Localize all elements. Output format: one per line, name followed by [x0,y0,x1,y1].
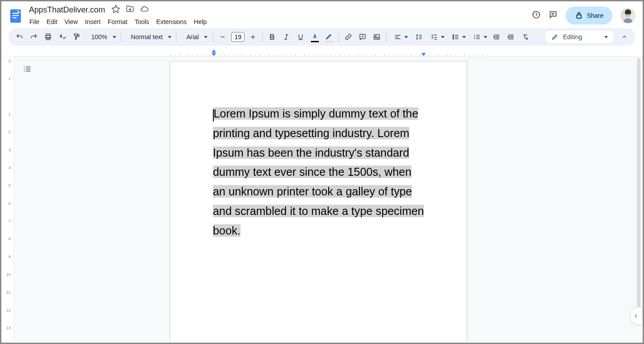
doc-title[interactable]: AppsThatDeliver.com [26,4,108,16]
first-line-indent-marker[interactable] [212,49,216,53]
spellcheck-button[interactable] [56,30,69,44]
align-dropdown[interactable] [389,33,410,41]
docs-logo-icon[interactable] [8,8,24,24]
underline-button[interactable] [294,30,307,44]
comments-icon[interactable] [549,10,558,21]
svg-line-18 [286,35,287,40]
vertical-ruler[interactable]: 2112345678910111213 [1,57,14,341]
svg-point-38 [453,38,454,39]
bulleted-list-dropdown[interactable] [447,33,468,41]
menu-help[interactable]: Help [191,16,210,27]
line-spacing-dropdown[interactable] [411,33,425,41]
svg-rect-1 [12,13,19,14]
zoom-dropdown[interactable]: 100% [84,33,118,40]
cloud-status-icon[interactable] [140,4,149,15]
svg-rect-7 [577,15,581,18]
clear-formatting-button[interactable] [518,30,532,44]
svg-rect-3 [12,17,16,18]
decrease-indent-button[interactable] [490,30,503,44]
right-indent-marker[interactable] [421,53,426,56]
user-avatar[interactable] [620,8,636,23]
svg-rect-12 [74,34,78,36]
selected-text[interactable]: Lorem Ipsum is simply dummy text of the … [213,107,424,237]
svg-rect-23 [374,35,379,40]
toolbar-container: 100% Normal text Arial 123 [1,26,643,49]
font-value: Arial [183,33,201,40]
add-comment-button[interactable] [356,30,369,44]
document-page[interactable]: Lorem Ipsum is simply dummy text of the … [170,61,467,341]
left-indent-marker[interactable] [212,53,216,56]
menu-file[interactable]: File [26,16,43,27]
highlight-color-button[interactable] [322,30,336,44]
undo-button[interactable] [13,30,26,44]
paragraph-style-dropdown[interactable]: Normal text [124,33,174,40]
insert-image-button[interactable] [370,30,383,44]
menu-tools[interactable]: Tools [131,16,152,27]
font-size-decrease-button[interactable] [216,30,229,44]
font-size-input[interactable] [231,32,245,42]
scrollbar-thumb[interactable] [637,58,640,316]
zoom-value: 100% [89,33,110,40]
numbered-list-dropdown[interactable]: 123 [469,33,489,41]
font-dropdown[interactable]: Arial [179,33,210,40]
insert-link-button[interactable] [342,30,355,44]
text-color-button[interactable] [308,30,322,44]
bold-button[interactable] [265,30,279,44]
content-area: 2112345678910111213 Lorem Ipsum is simpl… [1,57,643,341]
menu-insert[interactable]: Insert [82,16,104,27]
share-button[interactable]: Share [566,7,612,24]
italic-button[interactable] [280,30,293,44]
title-area: AppsThatDeliver.com File Edit View Inser… [26,4,532,27]
redo-button[interactable] [27,30,41,44]
menu-view[interactable]: View [61,16,81,27]
paint-format-button[interactable] [70,30,83,44]
menu-extensions[interactable]: Extensions [153,16,190,27]
editing-mode-button[interactable]: Editing [545,31,614,43]
checklist-dropdown[interactable] [426,33,446,41]
vertical-scrollbar[interactable] [636,58,641,341]
print-button[interactable] [41,30,55,44]
toolbar: 100% Normal text Arial 123 [8,28,636,46]
move-icon[interactable] [126,4,135,15]
increase-indent-button[interactable] [504,30,518,44]
document-canvas[interactable]: Lorem Ipsum is simply dummy text of the … [14,57,643,341]
paragraph-style-value: Normal text [128,33,166,40]
menu-format[interactable]: Format [105,16,130,27]
menu-edit[interactable]: Edit [44,16,61,27]
font-size-increase-button[interactable] [246,30,260,44]
collapse-toolbar-button[interactable] [618,30,631,44]
svg-rect-2 [12,15,19,16]
document-body[interactable]: Lorem Ipsum is simply dummy text of the … [213,104,424,240]
app-header: AppsThatDeliver.com File Edit View Inser… [1,1,643,26]
svg-text:3: 3 [474,37,476,40]
menu-bar: File Edit View Insert Format Tools Exten… [26,16,532,27]
history-icon[interactable] [532,10,541,21]
svg-point-36 [453,36,454,37]
star-icon[interactable] [111,4,120,15]
horizontal-ruler[interactable]: 21123456789101112131415 [1,49,643,57]
editing-mode-label: Editing [563,33,582,40]
svg-point-34 [453,35,454,36]
outline-toggle-button[interactable] [21,63,33,75]
share-label: Share [587,12,603,19]
